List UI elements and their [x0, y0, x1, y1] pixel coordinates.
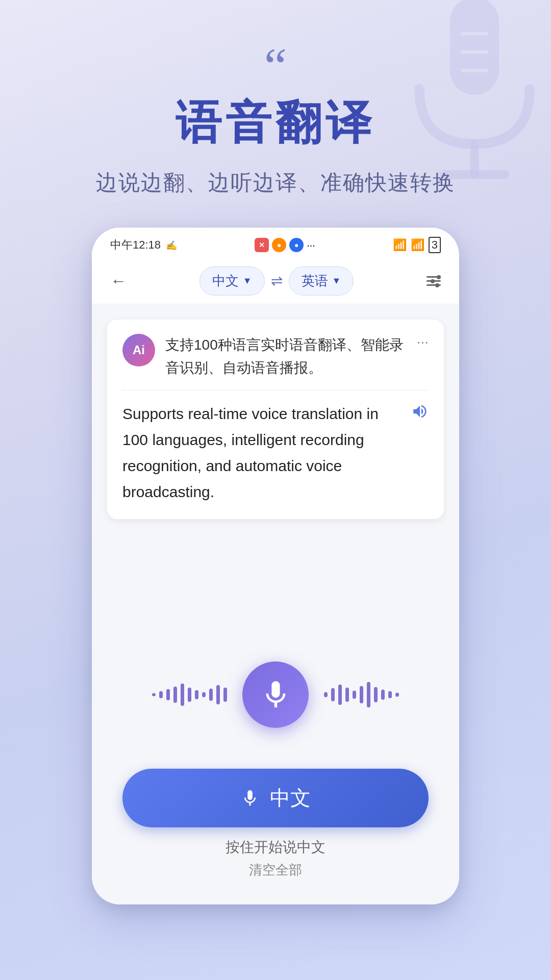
- battery-icon: 3: [429, 237, 441, 253]
- original-message-header: Ai 支持100种语言实时语音翻译、智能录音识别、自动语音播报。 ···: [122, 334, 429, 390]
- language-selector: 中文 ▼ ⇌ 英语 ▼: [199, 266, 354, 296]
- translated-text: Supports real-time voice translation in …: [122, 401, 403, 505]
- settings-sliders-button[interactable]: [427, 276, 441, 286]
- phone-mockup: 中午12:18 ✍ ✕ ● ● ··· 📶 📶 3 ←: [92, 228, 459, 904]
- ai-avatar: Ai: [122, 334, 155, 366]
- header-section: “ 语音翻译 边说边翻、边听边译、准确快速转换: [0, 0, 551, 228]
- wave-bar: [173, 687, 177, 703]
- system-status-icons: 📶 📶 3: [393, 237, 441, 253]
- target-language-selector[interactable]: 英语 ▼: [289, 266, 354, 296]
- press-hint: 按住开始说中文: [122, 838, 429, 857]
- notification-blue: ●: [289, 238, 304, 252]
- microphone-button[interactable]: [242, 662, 309, 728]
- wave-bar: [209, 689, 213, 701]
- chat-area: Ai 支持100种语言实时语音翻译、智能录音识别、自动语音播报。 ··· Sup…: [92, 304, 459, 631]
- wave-bar: [216, 685, 220, 704]
- wave-bar: [381, 690, 385, 700]
- message-bubble: Ai 支持100种语言实时语音翻译、智能录音识别、自动语音播报。 ··· Sup…: [107, 320, 444, 519]
- status-bar: 中午12:18 ✍ ✕ ● ● ··· 📶 📶 3: [92, 228, 459, 258]
- wave-bar: [345, 688, 349, 702]
- more-options-button[interactable]: ···: [417, 334, 429, 350]
- wave-bar: [374, 687, 378, 702]
- source-lang-label: 中文: [212, 272, 239, 290]
- wave-bar: [324, 692, 328, 697]
- swap-languages-button[interactable]: ⇌: [271, 273, 283, 289]
- back-button[interactable]: ←: [110, 272, 127, 290]
- voice-waveform-area: [92, 631, 459, 758]
- wave-bar: [388, 691, 392, 698]
- bottom-section: 中文 按住开始说中文 清空全部: [92, 758, 459, 904]
- dots: ···: [307, 239, 315, 251]
- page-title: 语音翻译: [0, 92, 551, 154]
- wave-bar: [223, 688, 227, 702]
- wave-bar: [181, 683, 184, 706]
- notification-orange: ●: [272, 238, 286, 252]
- record-button[interactable]: 中文: [122, 769, 429, 827]
- wave-bar: [395, 693, 399, 697]
- signal-icon: 📶: [393, 238, 407, 252]
- original-text: 支持100种语言实时语音翻译、智能录音识别、自动语音播报。: [165, 334, 407, 380]
- waveform-left: [152, 683, 227, 706]
- notification-icons: ✕ ● ● ···: [255, 238, 315, 252]
- wave-bar: [331, 688, 335, 701]
- wave-bar: [188, 688, 191, 702]
- wave-bar: [353, 691, 356, 699]
- translated-section: Supports real-time voice translation in …: [122, 401, 429, 505]
- wave-bar: [159, 691, 163, 698]
- wave-bar: [338, 684, 342, 705]
- status-time: 中午12:18 ✍: [110, 237, 177, 253]
- source-language-selector[interactable]: 中文 ▼: [199, 266, 265, 296]
- wave-bar: [367, 682, 370, 707]
- page-subtitle: 边说边翻、边听边译、准确快速转换: [0, 168, 551, 197]
- target-lang-label: 英语: [302, 272, 328, 290]
- source-lang-chevron: ▼: [243, 276, 252, 286]
- wave-bar: [166, 689, 170, 700]
- wave-bar: [195, 690, 198, 699]
- phone-mockup-wrapper: 中午12:18 ✍ ✕ ● ● ··· 📶 📶 3 ←: [0, 228, 551, 904]
- notification-red: ✕: [255, 238, 269, 252]
- wave-bar: [202, 692, 206, 697]
- wave-bar: [360, 686, 363, 703]
- clear-button[interactable]: 清空全部: [122, 861, 429, 879]
- speaker-button[interactable]: [411, 403, 429, 424]
- waveform-right: [324, 682, 399, 707]
- wifi-icon: 📶: [411, 238, 424, 252]
- target-lang-chevron: ▼: [332, 276, 341, 286]
- nav-bar: ← 中文 ▼ ⇌ 英语 ▼: [92, 258, 459, 304]
- record-button-label: 中文: [270, 784, 311, 812]
- quote-mark: “: [0, 46, 551, 87]
- wave-bar: [152, 693, 156, 696]
